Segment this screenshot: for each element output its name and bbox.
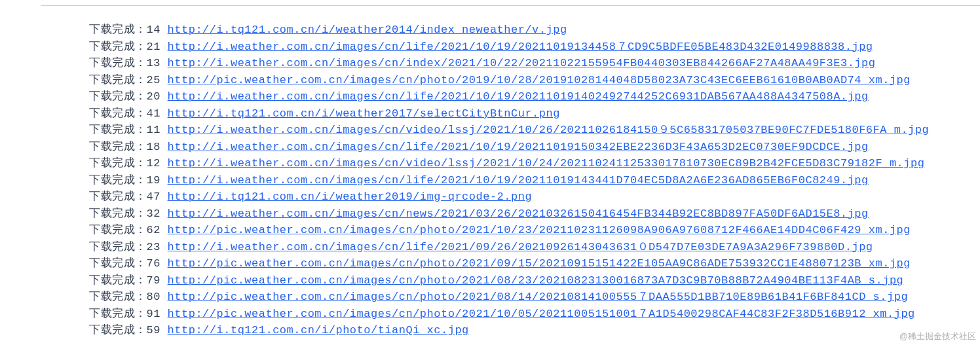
output-line: 下载完成：25 http://pic.weather.com.cn/images… xyxy=(89,72,980,89)
output-line: 下载完成：19 http://i.weather.com.cn/images/c… xyxy=(89,172,980,189)
download-url-link[interactable]: http://pic.weather.com.cn/images/cn/phot… xyxy=(168,274,904,287)
download-complete-prefix: 下载完成：59 xyxy=(89,324,168,336)
download-complete-prefix: 下载完成：12 xyxy=(89,157,168,170)
download-complete-prefix: 下载完成：41 xyxy=(89,107,168,120)
download-complete-prefix: 下载完成：76 xyxy=(89,257,168,270)
download-complete-prefix: 下载完成：20 xyxy=(89,90,168,103)
download-url-link[interactable]: http://i.weather.com.cn/images/cn/life/2… xyxy=(168,241,873,253)
output-line: 下载完成：20 http://i.weather.com.cn/images/c… xyxy=(89,88,980,105)
download-complete-prefix: 下载完成：19 xyxy=(89,174,168,187)
download-url-link[interactable]: http://i.tq121.com.cn/i/weather2017/sele… xyxy=(168,107,560,120)
output-line: 下载完成：11 http://i.weather.com.cn/images/c… xyxy=(89,122,980,139)
output-line: 下载完成：12 http://i.weather.com.cn/images/c… xyxy=(89,155,980,172)
download-complete-prefix: 下载完成：23 xyxy=(89,241,168,253)
download-url-link[interactable]: http://i.weather.com.cn/images/cn/life/2… xyxy=(168,41,873,53)
download-complete-prefix: 下载完成：79 xyxy=(89,274,168,287)
output-line: 下载完成：91 http://pic.weather.com.cn/images… xyxy=(89,306,980,323)
download-url-link[interactable]: http://pic.weather.com.cn/images/cn/phot… xyxy=(168,257,911,270)
download-url-link[interactable]: http://pic.weather.com.cn/images/cn/phot… xyxy=(168,224,911,236)
download-url-link[interactable]: http://i.weather.com.cn/images/cn/life/2… xyxy=(168,141,869,153)
output-line: 下载完成：32 http://i.weather.com.cn/images/c… xyxy=(89,206,980,223)
download-url-link[interactable]: http://pic.weather.com.cn/images/cn/phot… xyxy=(168,74,911,86)
download-complete-prefix: 下载完成：62 xyxy=(89,224,168,236)
download-complete-prefix: 下载完成：11 xyxy=(89,124,168,136)
download-url-link[interactable]: http://i.tq121.com.cn/i/weather2014/inde… xyxy=(168,24,567,36)
output-line: 下载完成：47 http://i.tq121.com.cn/i/weather2… xyxy=(89,189,980,206)
output-line: 下载完成：14 http://i.tq121.com.cn/i/weather2… xyxy=(89,22,980,39)
download-complete-prefix: 下载完成：18 xyxy=(89,141,168,153)
output-line: 下载完成：18 http://i.weather.com.cn/images/c… xyxy=(89,139,980,156)
download-complete-prefix: 下载完成：47 xyxy=(89,191,168,203)
output-line: 下载完成：23 http://i.weather.com.cn/images/c… xyxy=(89,239,980,256)
output-line: 下载完成：21 http://i.weather.com.cn/images/c… xyxy=(89,39,980,56)
download-url-link[interactable]: http://i.tq121.com.cn/i/weather2019/img-… xyxy=(168,191,533,203)
output-line: 下载完成：62 http://pic.weather.com.cn/images… xyxy=(89,222,980,239)
download-url-link[interactable]: http://i.weather.com.cn/images/cn/index/… xyxy=(168,57,876,69)
download-url-link[interactable]: http://i.weather.com.cn/images/cn/life/2… xyxy=(168,90,869,103)
download-complete-prefix: 下载完成：91 xyxy=(89,308,168,320)
download-url-link[interactable]: http://pic.weather.com.cn/images/cn/phot… xyxy=(168,308,915,320)
download-url-link[interactable]: http://i.weather.com.cn/images/cn/video/… xyxy=(168,124,930,136)
console-output: 下载完成：14 http://i.tq121.com.cn/i/weather2… xyxy=(41,5,980,339)
output-line: 下载完成：79 http://pic.weather.com.cn/images… xyxy=(89,272,980,289)
download-url-link[interactable]: http://pic.weather.com.cn/images/cn/phot… xyxy=(168,291,908,303)
download-complete-prefix: 下载完成：13 xyxy=(89,57,168,69)
download-url-link[interactable]: http://i.weather.com.cn/images/cn/video/… xyxy=(168,157,925,170)
watermark-text: @稀土掘金技术社区 xyxy=(899,330,976,343)
download-url-link[interactable]: http://i.tq121.com.cn/i/photo/tianQi_xc.… xyxy=(168,324,469,336)
output-line: 下载完成：41 http://i.tq121.com.cn/i/weather2… xyxy=(89,105,980,122)
download-complete-prefix: 下载完成：25 xyxy=(89,74,168,86)
output-line: 下载完成：76 http://pic.weather.com.cn/images… xyxy=(89,255,980,272)
output-line: 下载完成：59 http://i.tq121.com.cn/i/photo/ti… xyxy=(89,322,980,339)
download-complete-prefix: 下载完成：32 xyxy=(89,208,168,220)
download-complete-prefix: 下载完成：14 xyxy=(89,24,168,36)
download-complete-prefix: 下载完成：21 xyxy=(89,41,168,53)
output-line: 下载完成：13 http://i.weather.com.cn/images/c… xyxy=(89,55,980,72)
download-url-link[interactable]: http://i.weather.com.cn/images/cn/life/2… xyxy=(168,174,869,187)
output-line: 下载完成：80 http://pic.weather.com.cn/images… xyxy=(89,289,980,306)
download-url-link[interactable]: http://i.weather.com.cn/images/cn/news/2… xyxy=(168,208,869,220)
download-complete-prefix: 下载完成：80 xyxy=(89,291,168,303)
